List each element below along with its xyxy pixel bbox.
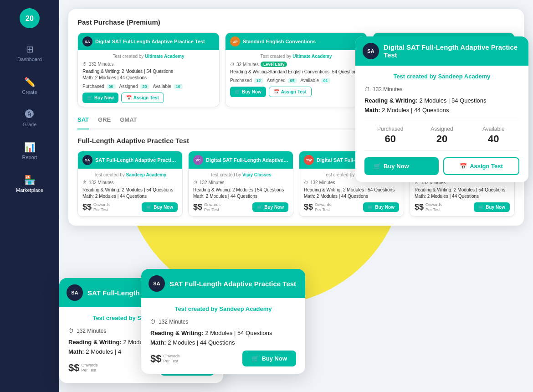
sidebar-item-dashboard[interactable]: ⊞ Dashboard (0, 40, 59, 66)
fl3-price-sub: Onwards Per Test (315, 202, 331, 212)
sidebar-label-dashboard: Dashboard (17, 57, 42, 62)
card2-header: UP Standard English Conventions (226, 33, 367, 50)
tab-gmat[interactable]: GMAT (120, 116, 137, 125)
card1-buttons: 🛒 Buy Now 📅 Assign Test (82, 93, 215, 103)
popup-third-price: $$ Onwards Per Test (150, 353, 180, 365)
fl-card-1: SA SAT Full-Length Adaptive Practice Tes… (77, 151, 183, 217)
marketplace-icon: 🏪 (24, 175, 36, 186)
popup-second-price: $$ Onwards Per Test (68, 362, 98, 374)
card1-title: Digital SAT Full-Length Adaptive Practic… (95, 39, 205, 44)
popup-third-rw: Reading & Writing: 2 Modules | 54 Questi… (150, 330, 296, 336)
card2-title: Standard English Conventions (243, 39, 316, 44)
popup-main-assign-button[interactable]: 📅 Assign Test (443, 157, 519, 175)
popup-main: SA Digital SAT Full-Length Adaptive Prac… (355, 36, 528, 182)
card1-stats: Purchased 00 Assigned 20 Available 10 (82, 84, 215, 89)
popup-stat-assigned: Assigned 20 (416, 126, 467, 145)
fl2-title: Digital SAT Full-Length Adaptive Practic… (206, 157, 288, 163)
create-icon: ✏️ (24, 77, 36, 88)
popup-main-math: Math: 2 Modules | 44 Questions (364, 107, 519, 113)
card2-stats: Purchased 12 Assigned 05 Available 01 (230, 78, 362, 83)
popup-stat-purchased: Purchased 60 (364, 126, 416, 145)
popup-second-avatar: SA (67, 284, 83, 301)
popup-third-math: Math: 2 Modules | 44 Questions (150, 339, 296, 346)
fl2-price-sub: Onwards Per Test (204, 202, 220, 212)
card2-assign-button[interactable]: 📅 Assign Test (269, 87, 312, 97)
popup-third-title: SAT Full-Length Adaptive Practice Test (169, 280, 296, 288)
fl2-avatar: VC (193, 155, 203, 165)
fl4-buy-button[interactable]: 🛒 Buy Now (474, 202, 510, 212)
card2-creator: Test created by Ultimate Academy (230, 54, 362, 59)
popup-main-buttons: 🛒 Buy Now 📅 Assign Test (364, 157, 519, 175)
sidebar: 20 ⊞ Dashboard ✏️ Create 🅐 Grade 📊 Repor… (0, 0, 59, 392)
popup-third-price-sub: Onwards Per Test (163, 354, 179, 364)
tab-sat[interactable]: SAT (77, 116, 89, 129)
popup-third-creator: Test created by Sandeep Academy (150, 305, 296, 312)
fl1-desc: Reading & Writing: 2 Modules | 54 Questi… (82, 187, 178, 200)
fl4-desc: Reading & Writing: 2 Modules | 54 Questi… (415, 187, 510, 200)
popup-main-buy-button[interactable]: 🛒 Buy Now (364, 157, 439, 175)
grade-icon: 🅐 (25, 109, 34, 120)
popup-third-time: ⏱ 132 Minutes (150, 319, 296, 325)
card1-desc: Reading & Writing: 2 Modules | 54 Questi… (82, 68, 215, 81)
svg-text:20: 20 (26, 15, 34, 22)
popup-main-creator: Test created by Sandeep Academy (364, 73, 519, 80)
fl2-desc: Reading & Writing: 2 Modules | 54 Questi… (193, 187, 288, 200)
fl2-body: Test created by Vijay Classes ⏱ 132 Minu… (189, 169, 293, 216)
card1-buy-button[interactable]: 🛒 Buy Now (82, 93, 118, 103)
fl3-avatar: TW (304, 155, 314, 165)
card2-assigned: Assigned 05 (267, 78, 297, 83)
fl2-header: VC Digital SAT Full-Length Adaptive Prac… (189, 151, 293, 169)
sidebar-item-report[interactable]: 📊 Report (0, 138, 59, 164)
fl4-price-sub: Onwards Per Test (425, 202, 442, 212)
fl1-body: Test created by Sandeep Academy ⏱ 132 Mi… (78, 169, 182, 216)
fl2-price: $$ Onwards Per Test (193, 202, 220, 212)
popup-third-buy-button[interactable]: 🛒 Buy Now (242, 351, 296, 366)
popup-second-price-sub: Onwards Per Test (81, 363, 97, 373)
popup-third-body: Test created by Sandeep Academy ⏱ 132 Mi… (141, 298, 305, 374)
popup-third: SA SAT Full-Length Adaptive Practice Tes… (141, 269, 305, 374)
card2-body: Test created by Ultimate Academy ⏱ 32 Mi… (226, 50, 367, 101)
card1-available: Available 10 (153, 84, 183, 89)
card1-body: Test created by Ultimate Academy ⏱ 132 M… (78, 50, 219, 107)
card2-desc: Reading & Writing-Standard English Conve… (230, 69, 362, 75)
card2-meta: ⏱ 32 Minutes Level Easy (230, 62, 362, 67)
tab-gre[interactable]: GRE (98, 116, 111, 125)
popup-main-avatar: SA (363, 43, 379, 59)
popup-main-rw: Reading & Writing: 2 Modules | 54 Questi… (364, 97, 519, 104)
fl3-buy-button[interactable]: 🛒 Buy Now (363, 202, 399, 212)
purchased-card-2: UP Standard English Conventions Test cre… (225, 32, 367, 107)
fl3-price: $$ Onwards Per Test (304, 202, 331, 212)
sidebar-item-grade[interactable]: 🅐 Grade (0, 106, 59, 131)
fl1-buy-button[interactable]: 🛒 Buy Now (142, 202, 178, 212)
dashboard-icon: ⊞ (26, 44, 34, 55)
card2-buy-button[interactable]: 🛒 Buy Now (230, 87, 266, 97)
past-purchase-title: Past Purchase (Premium) (77, 18, 515, 26)
popup-main-stats: Purchased 60 Assigned 20 Available 40 (364, 120, 519, 151)
fl1-creator: Test created by Sandeep Academy (82, 172, 178, 177)
fl1-header: SA SAT Full-Length Adaptive Practice Tes… (78, 151, 182, 169)
fl2-creator: Test created by Vijay Classes (193, 172, 288, 177)
sidebar-item-marketplace[interactable]: 🏪 Marketplace (0, 171, 59, 196)
fl2-buy-button[interactable]: 🛒 Buy Now (252, 202, 288, 212)
card2-level-badge: Level Easy (261, 62, 287, 67)
fl1-avatar: SA (82, 155, 92, 165)
fl3-desc: Reading & Writing: 2 Modules | 54 Questi… (304, 187, 399, 200)
card2-avatar: UP (230, 36, 240, 46)
report-icon: 📊 (24, 142, 36, 153)
sidebar-label-create: Create (22, 89, 37, 95)
sidebar-item-create[interactable]: ✏️ Create (0, 73, 59, 98)
fl1-price-sub: Onwards Per Test (93, 202, 110, 212)
popup-third-header: SA SAT Full-Length Adaptive Practice Tes… (141, 269, 305, 298)
card1-creator: Test created by Ultimate Academy (82, 54, 215, 59)
sidebar-label-report: Report (22, 155, 37, 160)
card1-header: SA Digital SAT Full-Length Adaptive Prac… (78, 33, 219, 50)
fl2-meta: ⏱ 132 Minutes (193, 180, 288, 185)
fl4-price: $$ Onwards Per Test (415, 202, 442, 212)
popup-main-header: SA Digital SAT Full-Length Adaptive Prac… (355, 36, 528, 66)
sidebar-label-marketplace: Marketplace (16, 187, 43, 193)
sidebar-label-grade: Grade (23, 122, 37, 127)
card1-assign-button[interactable]: 📅 Assign Test (121, 93, 164, 103)
popup-main-title: Digital SAT Full-Length Adaptive Practic… (384, 43, 521, 59)
card1-meta: ⏱ 132 Minutes (82, 62, 215, 67)
purchased-card-1: SA Digital SAT Full-Length Adaptive Prac… (77, 32, 220, 107)
